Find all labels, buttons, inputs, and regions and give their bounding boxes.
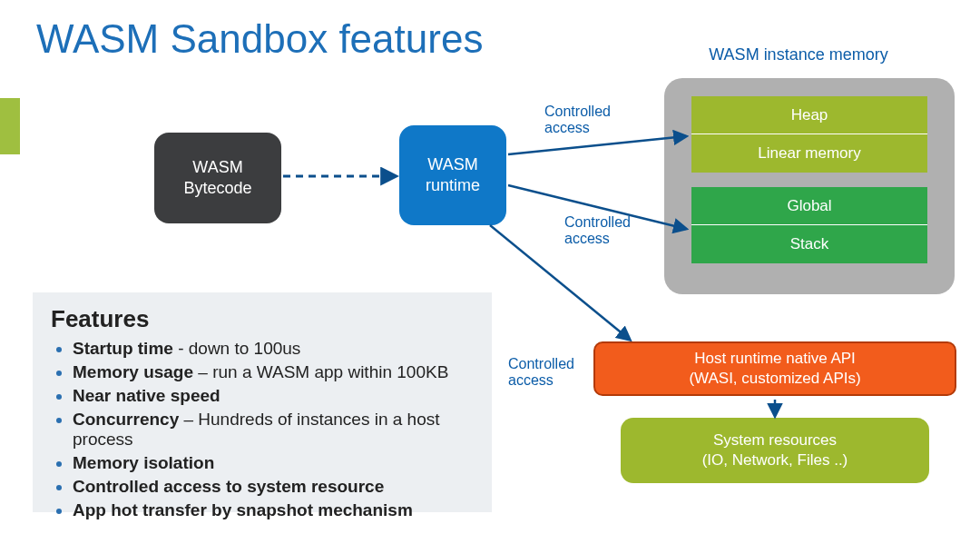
- feature-bold: Controlled access to system resource: [73, 477, 384, 496]
- ctrl1-b: access: [544, 120, 590, 135]
- ctrl3-a: Controlled: [508, 356, 574, 371]
- system-resources-box: System resources (IO, Network, Files ..): [621, 418, 929, 483]
- ctrl2-a: Controlled: [564, 214, 631, 230]
- feature-bold: Concurrency: [73, 410, 179, 429]
- feature-bold: App hot transfer by snapshot mechanism: [73, 500, 413, 519]
- linear-memory-box: Linear memory: [691, 134, 927, 173]
- heap-box: Heap: [691, 96, 927, 134]
- slide-title: WASM Sandbox features: [36, 16, 483, 62]
- feature-item: Concurrency – Hundreds of instances in a…: [73, 410, 474, 450]
- feature-bold: Memory isolation: [73, 453, 214, 472]
- stack-box: Stack: [691, 225, 927, 263]
- feature-item: App hot transfer by snapshot mechanism: [73, 500, 474, 520]
- feature-item: Memory usage – run a WASM app within 100…: [73, 362, 474, 382]
- memory-block-label: WASM instance memory: [681, 45, 916, 64]
- ctrl3-b: access: [508, 372, 554, 388]
- feature-rest: – run a WASM app within 100KB: [193, 362, 448, 381]
- feature-item: Memory isolation: [73, 453, 474, 473]
- host-api-box: Host runtime native API (WASI, customize…: [593, 341, 956, 396]
- controlled-access-label-2: Controlled access: [564, 214, 655, 246]
- wasm-bytecode-box: WASM Bytecode: [154, 133, 281, 223]
- features-heading: Features: [51, 305, 474, 333]
- features-panel: Features Startup time - down to 100us Me…: [33, 292, 492, 512]
- feature-bold: Near native speed: [73, 386, 220, 405]
- feature-bold: Startup time: [73, 339, 173, 358]
- feature-bold: Memory usage: [73, 362, 193, 381]
- sysres-line2: (IO, Network, Files ..): [702, 450, 848, 470]
- global-box: Global: [691, 187, 927, 225]
- hostapi-line2: (WASI, customized APIs): [689, 369, 860, 389]
- feature-item: Near native speed: [73, 386, 474, 406]
- controlled-access-label-1: Controlled access: [544, 104, 635, 135]
- feature-rest: - down to 100us: [173, 339, 300, 358]
- ctrl2-b: access: [564, 231, 610, 246]
- arrow-runtime-to-heap: [508, 136, 686, 154]
- feature-item: Controlled access to system resource: [73, 477, 474, 497]
- wasm-runtime-box: WASM runtime: [399, 125, 506, 225]
- features-list: Startup time - down to 100us Memory usag…: [51, 339, 474, 520]
- bytecode-text: WASM Bytecode: [183, 157, 251, 200]
- accent-bar: [0, 98, 20, 154]
- ctrl1-a: Controlled: [544, 104, 611, 119]
- controlled-access-label-3: Controlled access: [508, 356, 599, 388]
- feature-item: Startup time - down to 100us: [73, 339, 474, 359]
- runtime-text: WASM runtime: [426, 154, 480, 197]
- hostapi-line1: Host runtime native API: [694, 349, 856, 369]
- sysres-line1: System resources: [713, 430, 837, 450]
